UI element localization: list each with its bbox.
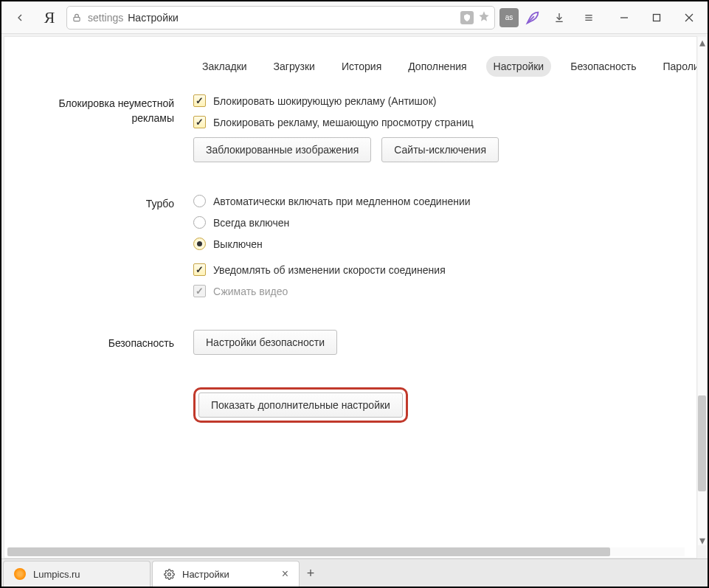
nav-settings[interactable]: Настройки <box>486 56 552 77</box>
back-button[interactable] <box>7 5 32 30</box>
window-maximize-button[interactable] <box>644 7 669 29</box>
checkbox-block-intrusive[interactable] <box>193 116 206 128</box>
nav-security[interactable]: Безопасность <box>563 56 643 77</box>
horizontal-scrollbar-thumb[interactable] <box>7 547 610 556</box>
extension-lastfm-icon[interactable]: as <box>499 8 519 27</box>
bookmark-star-icon[interactable] <box>478 10 490 25</box>
button-safety-settings[interactable]: Настройки безопасности <box>193 330 337 355</box>
browser-toolbar: Я settings Настройки as <box>1 1 708 34</box>
scroll-arrow-down-icon[interactable]: ▾ <box>698 535 706 545</box>
gear-icon <box>163 568 175 580</box>
section-safety-title: Безопасность <box>19 330 174 350</box>
nav-addons[interactable]: Дополнения <box>401 56 474 77</box>
radio-turbo-off[interactable] <box>193 238 206 250</box>
section-show-more: Показать дополнительные настройки <box>4 387 696 445</box>
tab-lumpics[interactable]: Lumpics.ru <box>3 561 151 587</box>
address-title: Настройки <box>128 12 179 24</box>
settings-page: Закладки Загрузки История Дополнения Нас… <box>4 36 697 558</box>
section-adblock: Блокировка неуместной рекламы Блокироват… <box>4 94 696 195</box>
label-turbo-always: Всегда включен <box>213 217 289 229</box>
downloads-button[interactable] <box>547 5 572 30</box>
scroll-arrow-up-icon[interactable]: ▴ <box>698 37 706 47</box>
section-turbo-title: Турбо <box>19 195 174 211</box>
nav-passwords[interactable]: Пароли <box>656 56 697 77</box>
protect-badge-icon[interactable] <box>460 11 474 24</box>
checkbox-block-shocking[interactable] <box>193 94 206 107</box>
address-prefix: settings <box>88 12 123 24</box>
menu-button[interactable] <box>576 5 601 30</box>
window-minimize-button[interactable] <box>612 7 637 29</box>
extension-feather-icon[interactable] <box>523 8 542 27</box>
lock-icon <box>72 13 82 23</box>
radio-turbo-auto[interactable] <box>193 195 206 207</box>
lumpics-favicon-icon <box>14 568 26 580</box>
button-show-advanced-settings[interactable]: Показать дополнительные настройки <box>198 392 403 418</box>
button-blocked-images[interactable]: Заблокированные изображения <box>193 137 371 162</box>
tab-close-icon[interactable]: × <box>282 567 288 581</box>
label-turbo-auto: Автоматически включать при медленном сое… <box>213 196 471 207</box>
checkbox-turbo-notify[interactable] <box>193 263 206 276</box>
radio-turbo-always[interactable] <box>193 216 206 229</box>
window-close-button[interactable] <box>677 7 702 29</box>
tab-settings[interactable]: Настройки × <box>152 561 300 587</box>
new-tab-button[interactable]: + <box>300 561 322 587</box>
svg-rect-6 <box>654 14 660 21</box>
tab-settings-label: Настройки <box>182 569 229 580</box>
settings-nav: Закладки Загрузки История Дополнения Нас… <box>195 37 696 94</box>
label-turbo-notify: Уведомлять об изменении скорости соедине… <box>213 264 446 276</box>
yandex-logo[interactable]: Я <box>37 5 62 30</box>
horizontal-scrollbar[interactable] <box>7 547 685 556</box>
section-turbo: Турбо Автоматически включать при медленн… <box>4 195 696 330</box>
label-turbo-off: Выключен <box>213 238 263 250</box>
button-site-exceptions[interactable]: Сайты-исключения <box>381 137 499 162</box>
svg-point-9 <box>167 573 170 575</box>
checkbox-compress-video[interactable] <box>193 285 206 297</box>
vertical-scrollbar-thumb[interactable] <box>698 395 706 491</box>
nav-bookmarks[interactable]: Закладки <box>195 56 255 77</box>
address-bar[interactable]: settings Настройки <box>66 6 495 30</box>
label-block-intrusive: Блокировать рекламу, мешающую просмотру … <box>213 117 474 128</box>
tab-lumpics-label: Lumpics.ru <box>33 569 80 580</box>
label-compress-video: Сжимать видео <box>213 286 288 297</box>
section-adblock-title: Блокировка неуместной рекламы <box>19 94 174 126</box>
nav-history[interactable]: История <box>334 56 389 77</box>
section-safety: Безопасность Настройки безопасности <box>4 330 696 387</box>
browser-tabbar: Lumpics.ru Настройки × + <box>1 558 708 587</box>
svg-rect-0 <box>74 17 80 21</box>
label-block-shocking: Блокировать шокирующую рекламу (Антишок) <box>213 95 436 107</box>
nav-downloads[interactable]: Загрузки <box>266 56 322 77</box>
vertical-scrollbar[interactable]: ▴ ▾ <box>698 37 706 545</box>
highlight-show-more: Показать дополнительные настройки <box>193 387 408 423</box>
